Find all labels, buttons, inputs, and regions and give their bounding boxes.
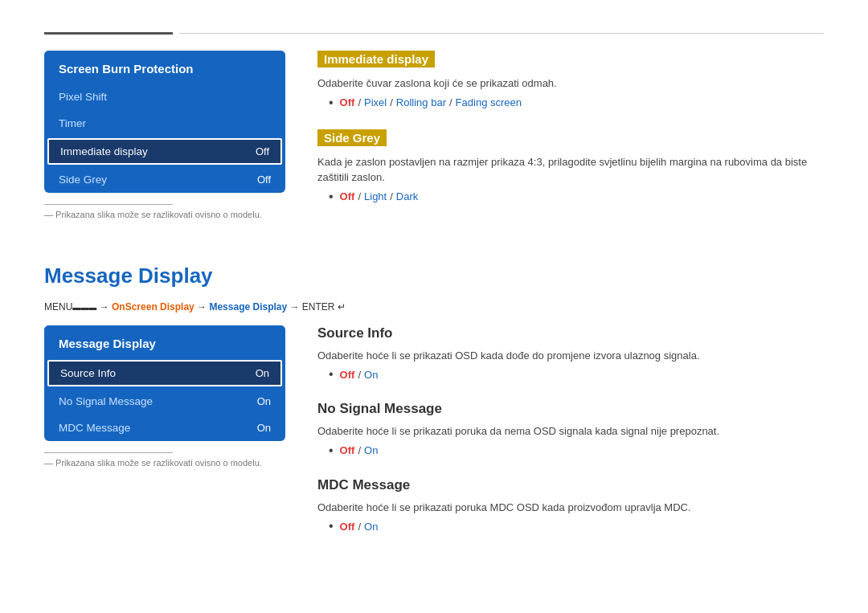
side-grey-desc: Kada je zaslon postavljen na razmjer pri… bbox=[317, 154, 824, 186]
bc-menu: MENU bbox=[44, 301, 72, 313]
bullet-dot: • bbox=[329, 519, 334, 533]
menu-item-value: Off bbox=[256, 145, 269, 157]
menu-item-immediate-display[interactable]: Immediate display Off bbox=[47, 138, 282, 165]
menu-item-value: On bbox=[257, 422, 271, 434]
opt-dark: Dark bbox=[396, 190, 418, 202]
source-info-desc: Odaberite hoće li se prikazati OSD kada … bbox=[317, 348, 824, 364]
opt-off: Off bbox=[340, 521, 355, 533]
bc-onscreen: OnScreen Display bbox=[112, 301, 194, 313]
mdc-message-title: MDC Message bbox=[317, 477, 824, 493]
opt-on: On bbox=[364, 444, 378, 456]
opt-sep: / bbox=[358, 521, 361, 533]
bullet-dot: • bbox=[329, 443, 334, 458]
message-display-menu-title: Message Display bbox=[44, 325, 285, 358]
source-info-options: • Off / On bbox=[329, 367, 824, 382]
side-grey-title: Side Grey bbox=[317, 129, 387, 146]
immediate-display-block: Immediate display Odaberite čuvar zaslon… bbox=[317, 51, 824, 110]
note-text-1: ― Prikazana slika može se razlikovati ov… bbox=[44, 210, 285, 219]
menu-item-side-grey[interactable]: Side Grey Off bbox=[44, 166, 285, 193]
section2-header: Message Display MENU▬▬▬ → OnScreen Displ… bbox=[44, 264, 824, 313]
section2-left: Message Display Source Info On No Signal… bbox=[44, 325, 285, 554]
bullet-dot: • bbox=[329, 96, 334, 110]
bc-arrow2: → bbox=[197, 301, 209, 313]
menu-item-label: Source Info bbox=[60, 367, 116, 379]
opt-sep: / bbox=[449, 96, 452, 108]
menu-item-pixel-shift[interactable]: Pixel Shift bbox=[44, 84, 285, 110]
menu-item-value: Off bbox=[257, 174, 271, 186]
menu-item-value: On bbox=[256, 367, 269, 379]
opt-off: Off bbox=[340, 96, 355, 108]
bc-arrow1: → bbox=[100, 301, 112, 313]
opt-sep: / bbox=[358, 369, 361, 381]
source-info-block: Source Info Odaberite hoće li se prikaza… bbox=[317, 325, 824, 382]
opt-sep: / bbox=[358, 444, 361, 456]
mdc-message-block: MDC Message Odaberite hoće li se prikaza… bbox=[317, 477, 824, 534]
message-display-page-title: Message Display bbox=[44, 264, 824, 288]
opt-sep: / bbox=[358, 96, 361, 108]
menu-item-label: Timer bbox=[59, 117, 86, 129]
menu-item-label: Pixel Shift bbox=[59, 91, 107, 103]
menu-item-label: Side Grey bbox=[59, 174, 107, 186]
divider-light bbox=[179, 33, 824, 34]
menu-item-no-signal[interactable]: No Signal Message On bbox=[44, 388, 285, 415]
menu-item-label: MDC Message bbox=[59, 422, 130, 434]
opt-off: Off bbox=[340, 444, 355, 456]
bc-icon: ▬▬▬ bbox=[72, 303, 96, 312]
menu-item-label: Immediate display bbox=[60, 145, 148, 157]
menu-item-timer[interactable]: Timer bbox=[44, 110, 285, 137]
section1-layout: Screen Burn Protection Pixel Shift Timer… bbox=[44, 51, 824, 223]
section1-right: Immediate display Odaberite čuvar zaslon… bbox=[317, 51, 824, 223]
menu-item-value: On bbox=[257, 395, 271, 407]
menu-item-mdc-message[interactable]: MDC Message On bbox=[44, 415, 285, 441]
side-grey-options: • Off / Light / Dark bbox=[329, 190, 824, 204]
opt-on: On bbox=[364, 521, 378, 533]
opt-off: Off bbox=[340, 369, 355, 381]
opt-sep: / bbox=[390, 96, 393, 108]
no-signal-title: No Signal Message bbox=[317, 401, 824, 417]
immediate-display-options: • Off / Pixel / Rolling bar / Fading scr… bbox=[329, 96, 824, 110]
immediate-display-desc: Odaberite čuvar zaslona koji će se prika… bbox=[317, 76, 824, 92]
note-text-2: ― Prikazana slika može se razlikovati ov… bbox=[44, 458, 285, 468]
menu-item-label: No Signal Message bbox=[59, 395, 153, 407]
bc-enter-icon: ↵ bbox=[338, 301, 346, 313]
opt-rolling-bar: Rolling bar bbox=[396, 96, 446, 108]
source-info-title: Source Info bbox=[317, 325, 824, 341]
section1-left: Screen Burn Protection Pixel Shift Timer… bbox=[44, 51, 285, 223]
section2-layout: Message Display Source Info On No Signal… bbox=[44, 325, 824, 554]
divider-dark bbox=[44, 32, 173, 35]
bullet-dot: • bbox=[329, 367, 334, 382]
opt-on: On bbox=[364, 369, 378, 381]
top-divider bbox=[44, 32, 824, 35]
bc-arrow3: → ENTER bbox=[290, 301, 335, 313]
breadcrumb: MENU▬▬▬ → OnScreen Display → Message Dis… bbox=[44, 301, 824, 313]
screen-burn-menu: Screen Burn Protection Pixel Shift Timer… bbox=[44, 51, 285, 193]
screen-burn-title: Screen Burn Protection bbox=[44, 51, 285, 84]
opt-pixel: Pixel bbox=[364, 96, 387, 108]
no-signal-options: • Off / On bbox=[329, 443, 824, 458]
section2: Message Display MENU▬▬▬ → OnScreen Displ… bbox=[0, 264, 868, 554]
opt-fading-screen: Fading screen bbox=[456, 96, 522, 108]
side-grey-block: Side Grey Kada je zaslon postavljen na r… bbox=[317, 129, 824, 204]
opt-light: Light bbox=[364, 190, 387, 202]
mdc-message-options: • Off / On bbox=[329, 519, 824, 533]
note-divider-1 bbox=[44, 204, 173, 205]
menu-item-source-info[interactable]: Source Info On bbox=[47, 360, 282, 386]
opt-sep: / bbox=[390, 190, 393, 202]
message-display-menu: Message Display Source Info On No Signal… bbox=[44, 325, 285, 441]
no-signal-desc: Odaberite hoće li se prikazati poruka da… bbox=[317, 423, 824, 439]
opt-off: Off bbox=[340, 190, 355, 202]
opt-sep: / bbox=[358, 190, 361, 202]
bullet-dot: • bbox=[329, 190, 334, 204]
note-divider-2 bbox=[44, 452, 173, 453]
immediate-display-title: Immediate display bbox=[317, 51, 435, 67]
no-signal-block: No Signal Message Odaberite hoće li se p… bbox=[317, 401, 824, 458]
section2-right: Source Info Odaberite hoće li se prikaza… bbox=[317, 325, 824, 554]
bc-message-display: Message Display bbox=[209, 301, 287, 313]
mdc-message-desc: Odaberite hoće li se prikazati poruka MD… bbox=[317, 500, 824, 516]
